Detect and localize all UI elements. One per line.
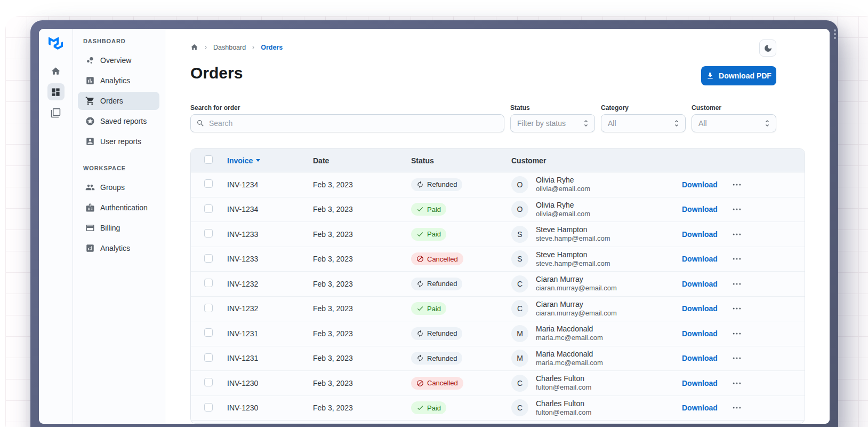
unfold-icon: [582, 119, 590, 128]
search-input[interactable]: [209, 119, 499, 128]
more-options-icon[interactable]: [732, 303, 742, 314]
page-title: Orders: [190, 64, 243, 82]
status-chip: Paid: [411, 401, 446, 414]
orders-table: Invoice Date Status Customer INV-1234 Fe…: [190, 148, 805, 424]
check-icon: [416, 305, 424, 312]
row-checkbox[interactable]: [204, 179, 213, 188]
more-options-icon[interactable]: [732, 204, 742, 215]
sidebar-item-saved-reports[interactable]: Saved reports: [78, 112, 159, 130]
table-row: INV-1234 Feb 3, 2023 Paid O Olivia Ryhe …: [191, 197, 805, 223]
more-options-icon[interactable]: [732, 229, 742, 240]
avatar: C: [511, 375, 528, 392]
avatar: M: [511, 325, 528, 342]
table-row: INV-1231 Feb 3, 2023 Refunded M Maria Ma…: [191, 346, 805, 371]
invoice-cell: INV-1232: [227, 304, 313, 313]
rail-button-dashboard-grid[interactable]: [47, 83, 65, 100]
sidebar-item-overview[interactable]: Overview: [78, 51, 159, 69]
download-link[interactable]: Download: [682, 230, 718, 239]
table-row: INV-1230 Feb 3, 2023 Paid C Charles Fult…: [191, 396, 805, 421]
select-all-checkbox[interactable]: [204, 155, 213, 164]
customer-name: Steve Hampton: [536, 250, 610, 259]
chevron-right-icon: [203, 44, 209, 51]
more-options-icon[interactable]: [732, 378, 742, 389]
download-pdf-button[interactable]: Download PDF: [701, 66, 776, 85]
row-checkbox[interactable]: [204, 229, 213, 238]
download-link[interactable]: Download: [682, 404, 718, 412]
chevron-right-icon: [250, 44, 256, 51]
table-row: INV-1230 Feb 3, 2023 Cancelled C Charles…: [191, 371, 805, 396]
sidebar-item-analytics[interactable]: Analytics: [78, 72, 159, 90]
download-link[interactable]: Download: [682, 205, 718, 213]
date-cell: Feb 3, 2023: [313, 329, 411, 338]
date-cell: Feb 3, 2023: [313, 354, 411, 362]
download-icon: [706, 72, 714, 80]
row-checkbox[interactable]: [204, 279, 213, 287]
sidebar-item-authentication[interactable]: Authentication: [78, 199, 159, 217]
status-chip: Cancelled: [411, 377, 463, 390]
download-link[interactable]: Download: [682, 255, 718, 263]
section-title-workspace: WORKSPACE: [83, 165, 159, 171]
more-options-icon[interactable]: [732, 353, 742, 363]
invoice-cell: INV-1234: [227, 180, 313, 189]
customer-name: Maria Macdonald: [536, 350, 603, 358]
row-checkbox[interactable]: [204, 254, 213, 263]
row-checkbox[interactable]: [204, 328, 213, 337]
table-row: INV-1231 Feb 3, 2023 Refunded M Maria Ma…: [191, 321, 805, 346]
browser-window-frame: DASHBOARD Overview Analytics Orders Save…: [30, 20, 838, 427]
customer-email: ciaran.murray@email.com: [536, 284, 617, 292]
sidebar-item-user-reports[interactable]: User reports: [78, 132, 159, 151]
more-options-icon[interactable]: [732, 279, 742, 289]
row-checkbox[interactable]: [204, 353, 213, 362]
sidebar-item-analytics[interactable]: Analytics: [78, 239, 159, 257]
customer-select[interactable]: All: [692, 114, 776, 132]
category-select[interactable]: All: [601, 114, 686, 132]
badge-icon: [85, 203, 95, 212]
block-icon: [416, 255, 424, 263]
avatar: M: [511, 350, 528, 367]
invoice-cell: INV-1233: [227, 230, 313, 239]
sidebar-item-orders[interactable]: Orders: [78, 92, 159, 110]
download-link[interactable]: Download: [682, 329, 718, 338]
row-checkbox[interactable]: [204, 378, 213, 386]
breadcrumb-orders[interactable]: Orders: [261, 44, 283, 51]
status-chip: Paid: [411, 228, 446, 241]
row-checkbox[interactable]: [204, 403, 213, 412]
search-box[interactable]: [190, 114, 504, 132]
more-options-icon[interactable]: [732, 328, 742, 339]
invoice-cell: INV-1230: [227, 404, 313, 412]
autorenew-icon: [416, 181, 424, 188]
status-select[interactable]: Filter by status: [510, 114, 595, 132]
status-chip: Paid: [411, 302, 446, 315]
row-checkbox[interactable]: [204, 304, 213, 312]
unfold-icon: [672, 119, 681, 128]
sidebar-item-billing[interactable]: Billing: [78, 219, 159, 237]
table-row: INV-1232 Feb 3, 2023 Refunded C Ciaran M…: [191, 272, 805, 297]
avatar: O: [511, 176, 528, 193]
avatar: C: [511, 399, 528, 416]
check-icon: [416, 231, 424, 238]
breadcrumb-dashboard[interactable]: Dashboard: [213, 44, 246, 51]
rail-button-stack[interactable]: [47, 104, 65, 121]
rail-button-home[interactable]: [47, 62, 65, 80]
dark-mode-toggle[interactable]: [759, 39, 776, 57]
more-options-icon[interactable]: [732, 179, 742, 190]
download-link[interactable]: Download: [682, 180, 718, 189]
column-header-invoice[interactable]: Invoice: [227, 156, 313, 165]
download-link[interactable]: Download: [682, 304, 718, 313]
more-options-icon[interactable]: [732, 402, 742, 413]
check-icon: [416, 205, 424, 213]
date-cell: Feb 3, 2023: [313, 180, 411, 189]
sidebar-item-groups[interactable]: Groups: [78, 178, 159, 196]
customer-email: steve.hamp@email.com: [536, 260, 610, 268]
scrollbar-thumb[interactable]: [834, 29, 837, 39]
home-icon[interactable]: [190, 43, 198, 51]
download-link[interactable]: Download: [682, 354, 718, 362]
row-checkbox[interactable]: [204, 204, 213, 213]
status-chip: Refunded: [411, 352, 462, 365]
more-options-icon[interactable]: [732, 254, 742, 264]
download-link[interactable]: Download: [682, 280, 718, 288]
customer-name: Ciaran Murray: [536, 300, 617, 309]
customer-email: olivia@email.com: [536, 185, 590, 193]
status-chip: Refunded: [411, 327, 462, 340]
download-link[interactable]: Download: [682, 379, 718, 388]
